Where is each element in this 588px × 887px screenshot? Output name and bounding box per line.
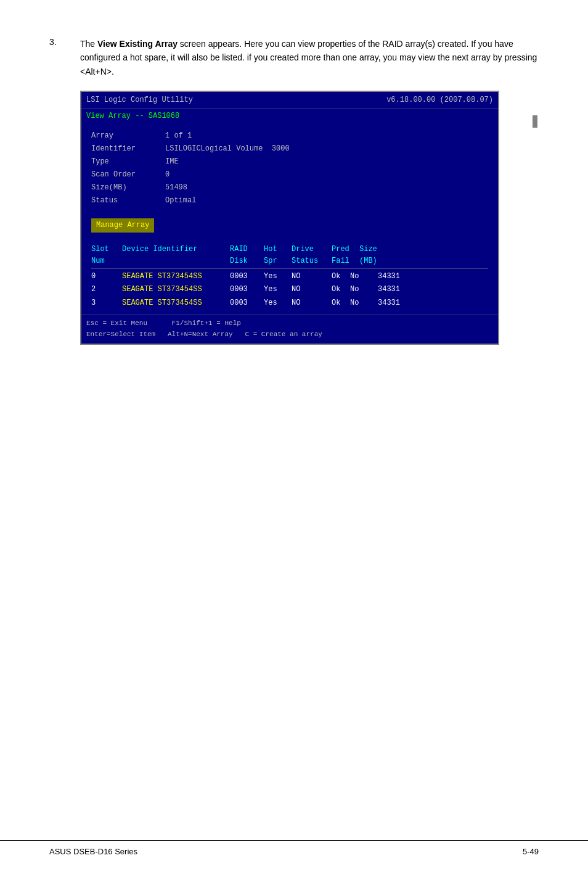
row2-slot: 2: [91, 284, 122, 295]
col-header-size-line1: Size: [359, 244, 393, 255]
bios-screen-wrapper: LSI Logic Config Utility v6.18.00.00 (20…: [80, 91, 539, 345]
step-text: The View Existing Array screen appears. …: [80, 37, 539, 345]
bios-subtitle: View Array -- SAS1068: [81, 109, 498, 123]
table-row: 0 SEAGATE ST373454SS 0003 Yes NO Ok No 3…: [91, 270, 488, 283]
bios-field-type: Type IME: [91, 156, 488, 168]
step-3-container: 3. The View Existing Array screen appear…: [49, 37, 539, 345]
bios-footer-line-2: Enter=Select Item Alt+N=Next Array C = C…: [86, 329, 493, 340]
bios-divider-2: [91, 237, 488, 242]
row0-device: SEAGATE ST373454SS: [122, 271, 230, 283]
table-row: 2 SEAGATE ST373454SS 0003 Yes NO Ok No 3…: [91, 283, 488, 296]
footer-right: 5-49: [523, 847, 539, 856]
bios-header: LSI Logic Config Utility v6.18.00.00 (20…: [81, 92, 498, 109]
col-header-device-line2: [122, 255, 230, 267]
row0-raid: 0003: [230, 271, 264, 283]
bios-screen: LSI Logic Config Utility v6.18.00.00 (20…: [80, 91, 499, 345]
row3-device: SEAGATE ST373454SS: [122, 297, 230, 309]
bios-title-left: LSI Logic Config Utility: [86, 94, 193, 106]
step-number: 3.: [49, 37, 68, 345]
bios-title-right: v6.18.00.00 (2007.08.07): [386, 94, 493, 106]
col-header-size: Size (MB): [359, 244, 393, 267]
step-text-before: The: [80, 39, 97, 49]
bios-manage-array-label: Manage Array: [91, 218, 154, 233]
bios-value-identifier: LSILOGICLogical Volume 3000: [165, 143, 290, 155]
bios-field-identifier: Identifier LSILOGICLogical Volume 3000: [91, 143, 488, 155]
page-content: 3. The View Existing Array screen appear…: [0, 0, 588, 400]
col-header-slot: Slot Num: [91, 244, 122, 267]
row2-hot: Yes: [264, 284, 292, 295]
row2-device: SEAGATE ST373454SS: [122, 284, 230, 295]
bios-footer-line-1: Esc = Exit Menu F1/Shift+1 = Help: [86, 318, 493, 329]
col-header-slot-line2: Num: [91, 255, 122, 267]
bios-value-sizemb: 51498: [165, 182, 187, 194]
row0-pred: No: [350, 271, 378, 283]
row2-pred: No: [350, 284, 378, 295]
row3-slot: 3: [91, 297, 122, 309]
col-header-device: Device Identifier: [122, 244, 230, 267]
row0-slot: 0: [91, 271, 122, 283]
row0-size: 34331: [378, 271, 412, 283]
col-header-pred: Pred Fail: [332, 244, 359, 267]
footer-left: ASUS DSEB-D16 Series: [49, 847, 137, 856]
bios-value-scanorder: 0: [165, 169, 169, 181]
col-header-pred-line1: Pred: [332, 244, 359, 255]
bios-table-header: Slot Num Device Identifier RAID Disk: [91, 242, 488, 269]
bios-label-sizemb: Size(MB): [91, 182, 165, 194]
bios-label-status: Status: [91, 195, 165, 207]
col-header-raid-line2: Disk: [230, 255, 264, 267]
step-bold-text: View Existing Array: [97, 39, 178, 49]
bios-label-type: Type: [91, 156, 165, 168]
row0-drive-status: Ok: [332, 271, 350, 283]
row3-size: 34331: [378, 297, 412, 309]
page-footer: ASUS DSEB-D16 Series 5-49: [0, 840, 588, 862]
table-row: 3 SEAGATE ST373454SS 0003 Yes NO Ok No 3…: [91, 297, 488, 310]
row3-drive-status: Ok: [332, 297, 350, 309]
row3-pred: No: [350, 297, 378, 309]
bios-field-scanorder: Scan Order 0: [91, 169, 488, 181]
col-header-size-line2: (MB): [359, 255, 393, 267]
bios-value-status: Optimal: [165, 195, 196, 207]
row2-size: 34331: [378, 284, 412, 295]
bios-label-scanorder: Scan Order: [91, 169, 165, 181]
col-header-hot: Hot Spr: [264, 244, 292, 267]
row3-hotspare: NO: [292, 297, 332, 309]
bios-value-array: 1 of 1: [165, 130, 192, 142]
bios-value-type: IME: [165, 156, 179, 168]
bios-manage-array-button[interactable]: Manage Array: [91, 213, 488, 237]
bios-divider-1: [91, 208, 488, 213]
col-header-drive-line1: Drive: [292, 244, 332, 255]
col-header-hot-line2: Spr: [264, 255, 292, 267]
row3-raid: 0003: [230, 297, 264, 309]
col-header-pred-line2: Fail: [332, 255, 359, 267]
bios-label-array: Array: [91, 130, 165, 142]
col-header-raid-line1: RAID: [230, 244, 264, 255]
row2-raid: 0003: [230, 284, 264, 295]
bios-field-status: Status Optimal: [91, 195, 488, 207]
row2-drive-status: Ok: [332, 284, 350, 295]
bios-field-sizemb: Size(MB) 51498: [91, 182, 488, 194]
col-header-slot-line1: Slot: [91, 244, 122, 255]
bios-field-array: Array 1 of 1: [91, 130, 488, 142]
bios-scrollbar[interactable]: [533, 115, 537, 128]
col-header-device-line1: Device Identifier: [122, 244, 230, 255]
col-header-drive-line2: Status: [292, 255, 332, 267]
bios-footer: Esc = Exit Menu F1/Shift+1 = Help Enter=…: [81, 315, 498, 344]
bios-label-identifier: Identifier: [91, 143, 165, 155]
row0-hot: Yes: [264, 271, 292, 283]
row0-hotspare: NO: [292, 271, 332, 283]
col-header-raid: RAID Disk: [230, 244, 264, 267]
bios-body: Array 1 of 1 Identifier LSILOGICLogical …: [81, 124, 498, 315]
col-header-drive: Drive Status: [292, 244, 332, 267]
row2-hotspare: NO: [292, 284, 332, 295]
col-header-hot-line1: Hot: [264, 244, 292, 255]
row3-hot: Yes: [264, 297, 292, 309]
